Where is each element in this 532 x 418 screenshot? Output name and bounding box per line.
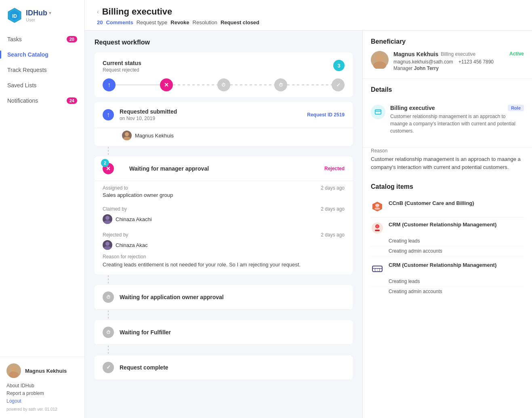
user-name: Magnus Kekhuis: [25, 368, 67, 374]
comments-label: Comments: [106, 19, 133, 25]
crm1-sub-2: Creating admin accounts: [371, 246, 524, 256]
catalog-item-crm2-header: {:} CRM (Customer Relationship Managemen…: [371, 256, 524, 277]
logout-link[interactable]: Logout: [6, 398, 78, 404]
connector-2: [108, 275, 109, 285]
right-panel: Beneficiary Magnus Kekhuis Billing execu…: [362, 31, 532, 418]
report-link[interactable]: Report a problem: [6, 391, 78, 396]
footer-links: About IDHub Report a problem Logout: [6, 383, 78, 404]
workflow-item-fulfiller: ⏱ Waiting for Fulfiller: [95, 320, 353, 345]
step-line-2: [173, 84, 217, 85]
logo-dropdown[interactable]: ▾: [49, 10, 51, 16]
step-submitted: ↑: [103, 78, 116, 91]
sidebar: ID IDHub ▾ User Tasks 20 Search Catalog …: [0, 0, 85, 418]
meta-row: 20 Comments Request type Revoke Resoluti…: [97, 19, 520, 25]
workflow-panel: Request workflow Current status Request …: [85, 31, 362, 418]
manager-label: Manager: [393, 65, 412, 71]
wf-title-manager: Waiting for manager approval: [129, 165, 209, 172]
crm1-info: CRM (Customer Relationship Management): [389, 222, 496, 228]
svg-point-7: [105, 216, 109, 220]
wf-title-fulfiller: Waiting for Fulfiller: [120, 329, 171, 336]
crm2-icon: {:}: [371, 262, 384, 275]
svg-point-6: [123, 137, 130, 140]
beneficiary-avatar: [371, 51, 389, 69]
svg-point-15: [375, 204, 379, 207]
comment-badge: 3: [333, 60, 345, 71]
catalog-item-crm1-header: CRM (Customer Relationship Management): [371, 217, 524, 236]
logo-area: ID IDHub ▾ User: [0, 0, 84, 27]
catalog-item-crm2: {:} CRM (Customer Relationship Managemen…: [371, 256, 524, 296]
step-line-3: [230, 84, 275, 85]
crm1-sub-1: Creating leads: [371, 236, 524, 246]
wf-assigned-value: Sales application owner group: [103, 192, 173, 198]
svg-point-10: [104, 246, 111, 250]
tasks-label: Tasks: [7, 36, 22, 42]
wf-rejected-user: Chinaza Akac: [103, 240, 148, 250]
request-id-label: Request ID: [307, 112, 332, 118]
avatar: [6, 363, 21, 378]
connector-3: [108, 310, 109, 320]
wf-claimed-time: 2 days ago: [321, 206, 345, 212]
detail-content: Billing executive Role Customer relation…: [390, 105, 524, 135]
rejection-reason-text: Creating leads entitlement is not needed…: [103, 261, 345, 269]
user-row: Magnus Kekhuis: [6, 363, 78, 378]
request-type-value: Revoke: [170, 19, 189, 25]
workflow-item-header-submitted: ↑ Requested submitted on Nov 10, 2019 Re…: [95, 102, 353, 128]
logo-sub: User: [26, 17, 51, 22]
step-line-1: [116, 84, 160, 85]
svg-point-20: [376, 225, 378, 228]
status-left: Current status Request rejected: [103, 60, 141, 73]
wf-step-complete: ✓: [103, 362, 114, 373]
crm2-sub-2: Creating admin accounts: [371, 287, 524, 296]
sidebar-item-track-requests[interactable]: Track Requests: [0, 62, 84, 78]
progress-row: ↑ ✕ ⏱ ⏱ ✓: [103, 78, 345, 91]
wf-assigned-label: Assigned to: [103, 185, 173, 191]
manager-name: John Terry: [414, 65, 439, 71]
sidebar-footer: Magnus Kekhuis About IDHub Report a prob…: [0, 357, 84, 418]
benef-email: magnus.kekhuis@sath.com: [393, 59, 453, 65]
content-area: Request workflow Current status Request …: [85, 31, 532, 418]
saved-lists-label: Saved Lists: [7, 82, 36, 89]
workflow-title: Request workflow: [95, 39, 353, 46]
svg-point-3: [11, 366, 17, 372]
sidebar-item-search-catalog[interactable]: Search Catalog: [0, 47, 84, 62]
sidebar-item-notifications[interactable]: Notifications 24: [0, 93, 84, 108]
mini-avatar-rejected: [103, 240, 112, 250]
step-pending-2: ⏱: [274, 78, 287, 91]
catalog-section-title: Catalog items: [371, 183, 524, 190]
mini-avatar-claimed: [103, 214, 112, 224]
beneficiary-card: Magnus Kekhuis Billing executive Active …: [371, 51, 524, 71]
svg-point-9: [105, 242, 109, 246]
status-card: Current status Request rejected 3 ↑ ✕ ⏱ …: [95, 53, 353, 97]
main-header: ‹ Billing executive 20 Comments Request …: [85, 0, 532, 31]
step-complete: ✓: [332, 78, 345, 91]
notifications-label: Notifications: [7, 97, 38, 104]
beneficiary-info: Magnus Kekhuis Billing executive Active …: [393, 51, 524, 71]
reason-section-text: Customer relationship management is an a…: [371, 155, 524, 171]
resolution-label: Resolution: [193, 19, 217, 25]
sidebar-item-saved-lists[interactable]: Saved Lists: [0, 78, 84, 93]
back-button[interactable]: ‹: [97, 8, 99, 15]
wf-body-manager: Assigned to Sales application owner grou…: [95, 181, 353, 274]
comments-link[interactable]: 20: [97, 19, 103, 25]
step-rejected: ✕: [160, 78, 173, 91]
about-link[interactable]: About IDHub: [6, 383, 78, 388]
sidebar-item-tasks[interactable]: Tasks 20: [0, 32, 84, 47]
tasks-badge: 20: [67, 36, 77, 42]
wf-info-submitted: Requested submitted on Nov 10, 2019: [120, 108, 177, 121]
request-id-link[interactable]: Request ID 2519: [307, 112, 345, 118]
wf-info-manager: Waiting for manager approval: [129, 165, 209, 172]
ccnb-name: CCnB (Customer Care and Billing): [389, 200, 474, 206]
detail-title: Billing executive: [390, 105, 435, 111]
claimed-by-value: Chinaza Akachi: [116, 216, 152, 222]
crm1-name: CRM (Customer Relationship Management): [389, 222, 496, 228]
details-title: Details: [371, 86, 524, 93]
wf-body-submitted: Magnus Kekhuis: [95, 131, 353, 146]
main-area: ‹ Billing executive 20 Comments Request …: [85, 0, 532, 418]
wf-title-complete: Request complete: [120, 364, 168, 371]
logo-icon: ID: [6, 7, 23, 23]
wf-header-complete: ✓ Request complete: [95, 355, 353, 380]
powered-by: powered by sath ver. 01.012: [6, 407, 78, 412]
step-line-4: [287, 84, 332, 85]
svg-rect-13: [375, 110, 381, 114]
wf-date-submitted: on Nov 10, 2019: [120, 116, 177, 121]
